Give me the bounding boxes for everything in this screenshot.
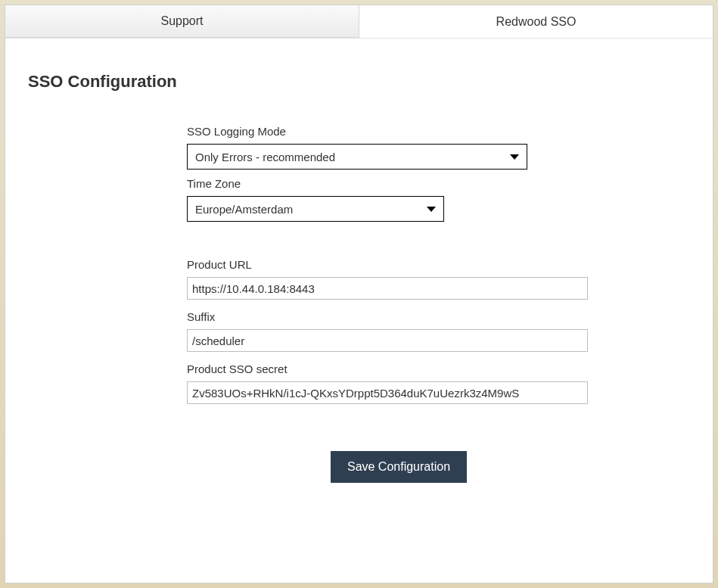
product-url-label: Product URL bbox=[187, 258, 611, 271]
button-row: Save Configuration bbox=[187, 451, 611, 483]
suffix-label: Suffix bbox=[187, 310, 611, 323]
save-configuration-button[interactable]: Save Configuration bbox=[331, 451, 467, 483]
page-title: SSO Configuration bbox=[28, 72, 690, 92]
logging-mode-select[interactable]: Only Errors - recommended bbox=[187, 144, 527, 170]
product-url-input[interactable] bbox=[187, 277, 588, 300]
tab-support-label: Support bbox=[160, 14, 203, 28]
suffix-input[interactable] bbox=[187, 329, 588, 352]
sso-secret-input[interactable] bbox=[187, 381, 588, 404]
chevron-down-icon bbox=[510, 154, 519, 160]
tab-redwood-sso-label: Redwood SSO bbox=[496, 15, 577, 29]
tab-bar: Support Redwood SSO bbox=[5, 5, 713, 39]
logging-mode-value: Only Errors - recommended bbox=[195, 151, 504, 163]
timezone-value: Europe/Amsterdam bbox=[195, 203, 421, 216]
chevron-down-icon bbox=[427, 207, 436, 212]
sso-form: SSO Logging Mode Only Errors - recommend… bbox=[187, 125, 611, 483]
config-panel: Support Redwood SSO SSO Configuration SS… bbox=[5, 5, 713, 583]
sso-secret-label: Product SSO secret bbox=[187, 362, 611, 375]
tab-redwood-sso[interactable]: Redwood SSO bbox=[359, 5, 713, 38]
timezone-label: Time Zone bbox=[187, 177, 611, 190]
logging-mode-label: SSO Logging Mode bbox=[187, 125, 611, 138]
tab-support[interactable]: Support bbox=[5, 5, 359, 38]
content-area: SSO Configuration SSO Logging Mode Only … bbox=[5, 39, 713, 506]
timezone-select[interactable]: Europe/Amsterdam bbox=[187, 196, 444, 222]
